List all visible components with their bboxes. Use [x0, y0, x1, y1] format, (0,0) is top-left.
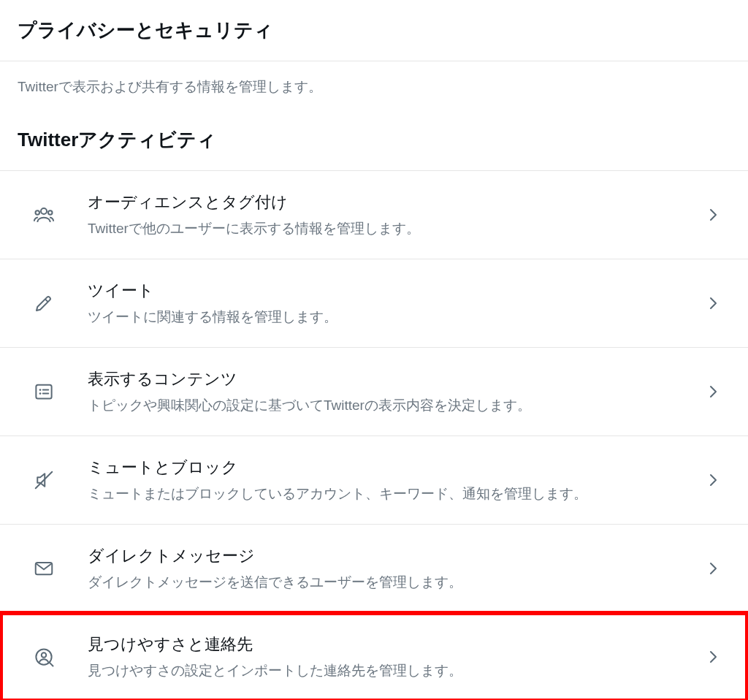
row-body: オーディエンスとタグ付けTwitterで他のユーザーに表示する情報を管理します。 — [70, 191, 695, 238]
chevron-right-icon — [695, 648, 730, 666]
pencil-icon — [18, 292, 70, 314]
row-title: ツイート — [88, 280, 695, 302]
row-description: ダイレクトメッセージを送信できるユーザーを管理します。 — [88, 573, 695, 592]
section-title: Twitterアクティビティ — [0, 113, 748, 170]
row-title: オーディエンスとタグ付け — [88, 191, 695, 213]
page-title: プライバシーとセキュリティ — [0, 0, 748, 61]
row-description: ミュートまたはブロックしているアカウント、キーワード、通知を管理します。 — [88, 484, 695, 503]
page-description: Twitterで表示および共有する情報を管理します。 — [0, 61, 748, 113]
chevron-right-icon — [695, 206, 730, 224]
row-title: ダイレクトメッセージ — [88, 545, 695, 567]
list-icon — [18, 381, 70, 403]
row-description: 見つけやすさの設定とインポートした連絡先を管理します。 — [88, 661, 695, 680]
chevron-right-icon — [695, 294, 730, 312]
row-body: ツイートツイートに関連する情報を管理します。 — [70, 280, 695, 327]
settings-row-people[interactable]: オーディエンスとタグ付けTwitterで他のユーザーに表示する情報を管理します。 — [0, 170, 748, 259]
row-body: ダイレクトメッセージダイレクトメッセージを送信できるユーザーを管理します。 — [70, 545, 695, 592]
row-title: ミュートとブロック — [88, 457, 695, 479]
chevron-right-icon — [695, 560, 730, 577]
settings-list: オーディエンスとタグ付けTwitterで他のユーザーに表示する情報を管理します。… — [0, 170, 748, 700]
envelope-icon — [18, 558, 70, 579]
settings-row-envelope[interactable]: ダイレクトメッセージダイレクトメッセージを送信できるユーザーを管理します。 — [0, 524, 748, 612]
settings-row-list[interactable]: 表示するコンテンツトピックや興味関心の設定に基づいてTwitterの表示内容を決… — [0, 347, 748, 435]
row-body: ミュートとブロックミュートまたはブロックしているアカウント、キーワード、通知を管… — [70, 457, 695, 503]
chevron-right-icon — [695, 471, 730, 489]
row-body: 見つけやすさと連絡先見つけやすさの設定とインポートした連絡先を管理します。 — [70, 634, 695, 680]
people-icon — [18, 204, 70, 226]
settings-row-person-search[interactable]: 見つけやすさと連絡先見つけやすさの設定とインポートした連絡先を管理します。 — [0, 612, 748, 700]
row-description: ツイートに関連する情報を管理します。 — [88, 308, 695, 327]
settings-row-mute[interactable]: ミュートとブロックミュートまたはブロックしているアカウント、キーワード、通知を管… — [0, 435, 748, 524]
row-title: 表示するコンテンツ — [88, 368, 695, 390]
row-body: 表示するコンテンツトピックや興味関心の設定に基づいてTwitterの表示内容を決… — [70, 368, 695, 415]
row-description: トピックや興味関心の設定に基づいてTwitterの表示内容を決定します。 — [88, 396, 695, 415]
row-title: 見つけやすさと連絡先 — [88, 634, 695, 655]
settings-row-pencil[interactable]: ツイートツイートに関連する情報を管理します。 — [0, 259, 748, 347]
chevron-right-icon — [695, 383, 730, 400]
row-description: Twitterで他のユーザーに表示する情報を管理します。 — [88, 219, 695, 238]
person-search-icon — [18, 646, 70, 668]
mute-icon — [18, 469, 70, 491]
